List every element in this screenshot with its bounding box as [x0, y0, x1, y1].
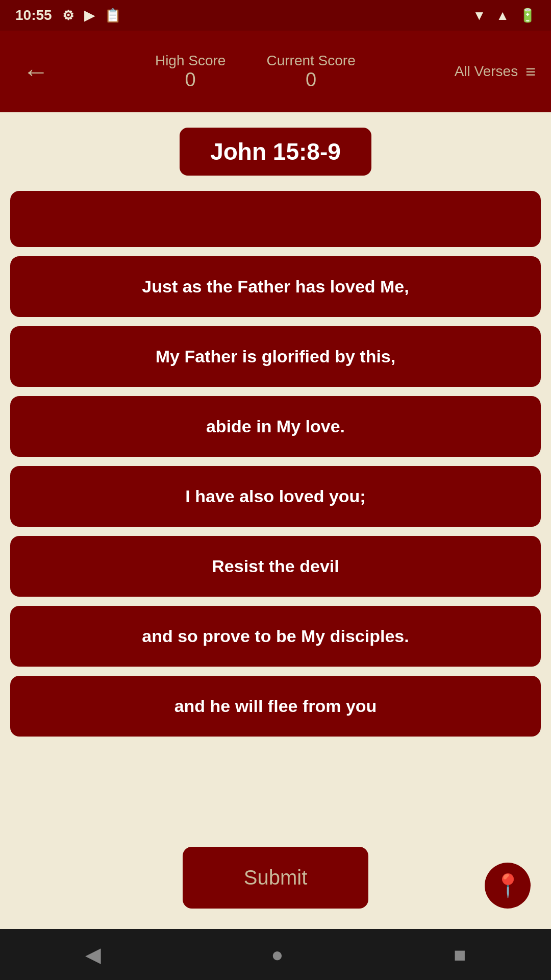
current-score-value: 0 — [306, 69, 316, 91]
high-score-value: 0 — [185, 69, 196, 91]
verse-reference-container: John 15:8-9 — [10, 128, 541, 176]
help-location-icon: 📍 — [494, 872, 522, 899]
verse-reference: John 15:8-9 — [180, 128, 371, 176]
clipboard-icon: 📋 — [105, 8, 121, 23]
score-section: High Score 0 Current Score 0 — [56, 53, 455, 91]
nav-square-icon[interactable]: ■ — [454, 943, 466, 966]
help-fab-button[interactable]: 📍 — [485, 863, 531, 909]
main-content: John 15:8-9 Just as the Father has loved… — [0, 112, 551, 929]
wifi-icon: ▼ — [473, 8, 486, 23]
answer-button-7[interactable]: and so prove to be My disciples. — [10, 606, 541, 667]
back-button[interactable]: ← — [15, 56, 56, 87]
answer-button-8[interactable]: and he will flee from you — [10, 676, 541, 737]
submit-button[interactable]: Submit — [183, 847, 369, 909]
filter-label: All Verses — [455, 63, 518, 80]
answer-buttons: Just as the Father has loved Me,My Fathe… — [10, 191, 541, 837]
answer-button-5[interactable]: I have also loved you; — [10, 466, 541, 527]
answer-button-2[interactable]: Just as the Father has loved Me, — [10, 256, 541, 317]
status-right: ▼ ▲ 🔋 — [473, 8, 536, 23]
signal-icon: ▲ — [496, 8, 509, 23]
app-bar: ← High Score 0 Current Score 0 All Verse… — [0, 31, 551, 112]
current-score-label: Current Score — [266, 53, 355, 69]
high-score-label: High Score — [155, 53, 226, 69]
status-time: 10:55 — [15, 7, 52, 23]
submit-area: Submit 📍 — [10, 837, 541, 914]
answer-button-6[interactable]: Resist the devil — [10, 536, 541, 597]
high-score-item: High Score 0 — [155, 53, 226, 91]
nav-home-icon[interactable]: ● — [271, 943, 283, 966]
filter-section[interactable]: All Verses ≡ — [455, 62, 536, 82]
battery-icon: 🔋 — [519, 8, 536, 23]
nav-bar: ◀ ● ■ — [0, 929, 551, 980]
filter-icon: ≡ — [525, 62, 536, 82]
answer-button-3[interactable]: My Father is glorified by this, — [10, 326, 541, 387]
nav-back-icon[interactable]: ◀ — [85, 943, 101, 966]
current-score-item: Current Score 0 — [266, 53, 355, 91]
status-bar: 10:55 ⚙ ▶ 📋 ▼ ▲ 🔋 — [0, 0, 551, 31]
answer-button-4[interactable]: abide in My love. — [10, 396, 541, 457]
play-icon: ▶ — [84, 8, 94, 23]
settings-icon: ⚙ — [62, 8, 74, 23]
answer-button-1[interactable] — [10, 191, 541, 247]
status-left: 10:55 ⚙ ▶ 📋 — [15, 7, 121, 23]
